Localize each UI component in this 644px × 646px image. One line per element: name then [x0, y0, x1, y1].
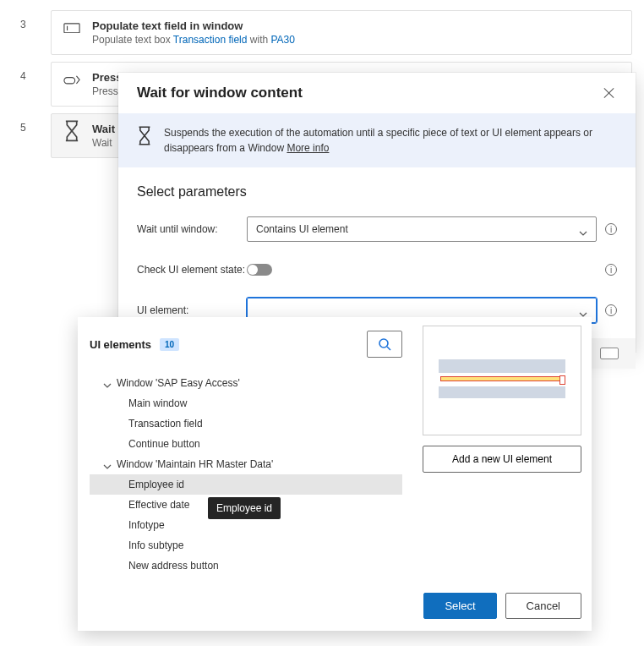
wait-until-value: Contains UI element [256, 223, 348, 235]
svg-rect-2 [64, 77, 75, 83]
link-pa30[interactable]: PA30 [270, 34, 294, 46]
svg-line-4 [387, 347, 390, 350]
tree-leaf-employee-id[interactable]: Employee id [90, 474, 402, 495]
step-subtitle: Populate text box Transaction field with… [92, 34, 619, 46]
params-heading: Select parameters [137, 184, 617, 200]
tree-leaf-info-subtype[interactable]: Info subtype [90, 535, 402, 556]
hourglass-icon [137, 126, 152, 141]
tooltip: Employee id [208, 497, 281, 519]
svg-point-3 [379, 339, 388, 348]
info-banner: Suspends the execution of the automation… [118, 113, 636, 167]
check-state-label: Check UI element state: [137, 264, 247, 276]
wait-until-select[interactable]: Contains UI element [247, 216, 597, 242]
info-text: Suspends the execution of the automation… [164, 127, 592, 154]
chevron-down-icon [103, 460, 112, 468]
check-state-toggle[interactable] [247, 264, 272, 276]
step-number: 5 [20, 122, 26, 134]
info-icon[interactable]: i [605, 264, 617, 276]
step-number: 3 [20, 19, 26, 30]
tree-leaf-transaction-field[interactable]: Transaction field [90, 413, 402, 434]
tree-parent-maintain-hr[interactable]: Window 'Maintain HR Master Data' [90, 454, 402, 474]
hourglass-icon [63, 124, 80, 138]
link-transaction-field[interactable]: Transaction field [173, 34, 248, 46]
svg-rect-0 [64, 24, 79, 33]
more-info-link[interactable]: More info [287, 142, 329, 154]
step-row-3[interactable]: Populate text field in window Populate t… [51, 10, 632, 55]
tree-leaf-main-window[interactable]: Main window [90, 393, 402, 413]
select-button[interactable]: Select [423, 593, 496, 619]
variables-button-fragment[interactable] [600, 348, 619, 359]
textbox-icon [63, 21, 80, 35]
step-title: Populate text field in window [92, 19, 619, 32]
cancel-button[interactable]: Cancel [505, 593, 581, 619]
add-new-ui-element-button[interactable]: Add a new UI element [423, 446, 581, 473]
ui-element-label: UI element: [137, 304, 247, 316]
ui-elements-heading: UI elements [90, 338, 151, 351]
info-icon[interactable]: i [605, 223, 617, 235]
search-button[interactable] [367, 331, 402, 358]
ui-element-preview [423, 326, 581, 435]
ui-elements-popup: UI elements 10 Window 'SAP Easy Access' … [78, 317, 592, 631]
dialog-title: Wait for window content [137, 85, 303, 101]
tree-parent-sap-easy-access[interactable]: Window 'SAP Easy Access' [90, 373, 402, 393]
button-press-icon [63, 73, 80, 86]
wait-for-window-dialog: Wait for window content Suspends the exe… [118, 73, 636, 352]
close-icon[interactable] [602, 85, 617, 101]
ui-elements-count-badge: 10 [160, 338, 179, 351]
chevron-down-icon [103, 379, 112, 387]
chevron-down-icon [579, 227, 587, 232]
chevron-down-icon [579, 308, 587, 313]
info-icon[interactable]: i [605, 304, 617, 316]
step-number: 4 [20, 70, 26, 82]
wait-until-label: Wait until window: [137, 223, 247, 235]
tree-leaf-continue-button[interactable]: Continue button [90, 434, 402, 454]
ui-elements-tree: Window 'SAP Easy Access' Main window Tra… [90, 373, 402, 576]
tree-leaf-new-address-button[interactable]: New address button [90, 556, 402, 576]
